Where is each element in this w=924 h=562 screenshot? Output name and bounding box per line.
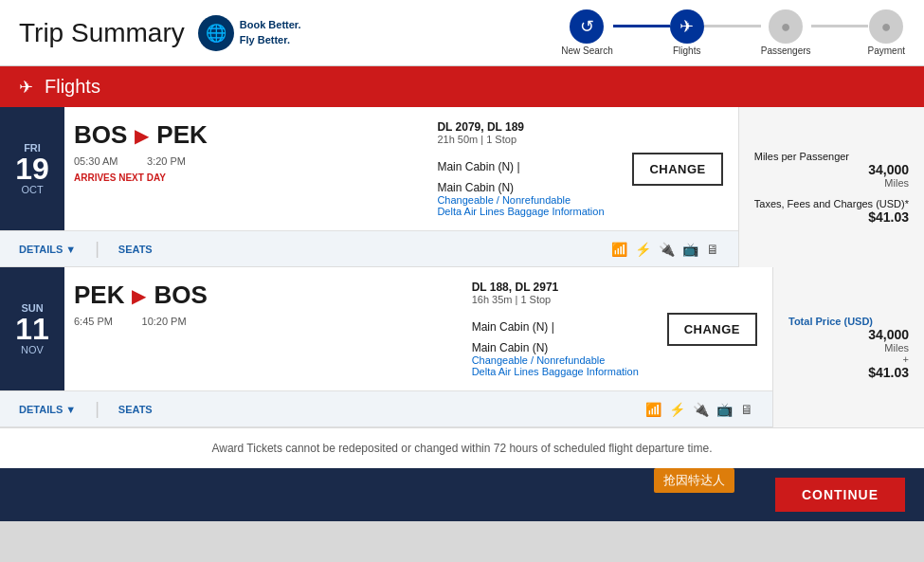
page-wrapper: Trip Summary 🌐 Book Better. Fly Better. … [0, 0, 924, 521]
payment-label: Payment [868, 45, 905, 56]
flight1-baggage[interactable]: Delta Air Lines Baggage Information [437, 206, 607, 217]
total-miles-unit: Miles [788, 342, 909, 354]
monitor2-icon: 🖥 [740, 402, 753, 417]
plane-icon: ✈ [19, 77, 33, 98]
payment-circle: ● [869, 9, 903, 44]
flight1-miles-value: 34,000 [754, 162, 909, 177]
flight1-route: BOS ▶ PEK [74, 120, 418, 150]
flight1-price-area: Miles per Passenger 34,000 Miles Taxes, … [738, 107, 924, 267]
flight1-main: BOS ▶ PEK 05:30 AM 3:20 PM ARRIVES NEXT … [64, 107, 427, 230]
flight2-origin: PEK [74, 281, 124, 310]
watermark: 抢因特达人 [654, 468, 734, 493]
total-miles-value: 34,000 [788, 327, 909, 342]
flight2-icons: 📶 ⚡ 🔌 📺 🖥 [645, 402, 753, 417]
new-search-circle: ↺ [570, 9, 604, 44]
total-price-label: Total Price (USD) [788, 316, 909, 327]
flight1-change-button[interactable]: CHANGE [632, 153, 722, 186]
power2-icon: ⚡ [669, 402, 685, 417]
new-search-label: New Search [561, 45, 612, 56]
flight2-dest: BOS [154, 281, 207, 310]
header-left: Trip Summary 🌐 Book Better. Fly Better. [19, 15, 301, 51]
flight1-row: FRI 19 OCT BOS ▶ PEK 05:30 AM [0, 107, 738, 231]
progress-line-2 [704, 25, 761, 27]
header: Trip Summary 🌐 Book Better. Fly Better. … [0, 0, 924, 66]
flight1-details-col: DL 2079, DL 189 21h 50m | 1 Stop Main Ca… [427, 107, 617, 230]
total-plus: + [788, 354, 909, 365]
progress-step-payment: ● Payment [868, 9, 905, 56]
flight2-cabin1: Main Cabin (N) | [472, 320, 643, 334]
flight1-dest: PEK [156, 120, 207, 150]
flight2-seats-link[interactable]: SEATS [118, 404, 153, 415]
flight1-times: 05:30 AM 3:20 PM [74, 155, 418, 167]
progress-step-flights: ✈ Flights [670, 9, 704, 56]
flight2-day: 11 [15, 314, 49, 344]
bottom-bar: CONTINUE [0, 468, 924, 521]
progress-line-3 [811, 25, 868, 27]
flight2-times: 6:45 PM 10:20 PM [74, 316, 453, 327]
details2-separator: | [95, 399, 100, 419]
flight2-route: PEK ▶ BOS [74, 281, 453, 310]
flight1-change-col: CHANGE [617, 107, 737, 230]
flight1-cabin2: Main Cabin (N) [437, 181, 607, 194]
flight1-changeable[interactable]: Changeable / Nonrefundable [437, 194, 607, 206]
flight2-arrow: ▶ [132, 284, 146, 307]
flights-header: ✈ Flights [0, 66, 924, 107]
flight1-icons: 📶 ⚡ 🔌 📺 🖥 [611, 242, 719, 257]
continue-button[interactable]: CONTINUE [775, 478, 905, 512]
flight1-details-link[interactable]: DETAILS ▼ [19, 244, 76, 255]
flight2-row: SUN 11 NOV PEK ▶ BOS 6:45 PM [0, 267, 772, 391]
flight1-taxes-value: $41.03 [754, 209, 909, 225]
logo: 🌐 Book Better. Fly Better. [198, 15, 301, 51]
flight1-seats-link[interactable]: SEATS [118, 244, 153, 255]
passengers-label: Passengers [761, 45, 811, 56]
notice-row: Award Tickets cannot be redeposited or c… [0, 427, 924, 468]
flight1-dl: DL 2079, DL 189 [437, 120, 607, 134]
total-price-block: Total Price (USD) 34,000 Miles + $41.03 [788, 316, 909, 380]
flight2-details-col: DL 188, DL 2971 16h 35m | 1 Stop Main Ca… [462, 267, 652, 390]
flight1-content: FRI 19 OCT BOS ▶ PEK 05:30 AM [0, 107, 738, 267]
flight1-date: FRI 19 OCT [0, 107, 64, 230]
flight1-next-day: ARRIVES NEXT DAY [74, 172, 418, 183]
flight2-price-area: Total Price (USD) 34,000 Miles + $41.03 [772, 267, 924, 427]
page-title: Trip Summary [19, 18, 185, 48]
globe-icon: 🌐 [198, 15, 234, 51]
flight2-main: PEK ▶ BOS 6:45 PM 10:20 PM [64, 267, 462, 390]
passengers-circle: ● [769, 9, 803, 44]
flight2-content: SUN 11 NOV PEK ▶ BOS 6:45 PM [0, 267, 772, 427]
flight2-details-link[interactable]: DETAILS ▼ [19, 404, 76, 415]
flight1-details-row: DETAILS ▼ | SEATS 📶 ⚡ 🔌 📺 🖥 [0, 231, 738, 267]
flight2-dl: DL 188, DL 2971 [472, 281, 643, 294]
flight2-baggage[interactable]: Delta Air Lines Baggage Information [472, 366, 643, 377]
flight1-stop: 21h 50m | 1 Stop [437, 134, 607, 145]
flight1-arrow: ▶ [135, 124, 149, 147]
flights-title: Flights [45, 76, 100, 98]
tv-icon: 📺 [682, 242, 698, 257]
flights-section: ✈ Flights FRI 19 OCT BOS ▶ [0, 66, 924, 468]
flight1-origin: BOS [74, 120, 127, 150]
flight1-wrapper: FRI 19 OCT BOS ▶ PEK 05:30 AM [0, 107, 924, 267]
flight2-changeable[interactable]: Changeable / Nonrefundable [472, 354, 643, 366]
total-taxes-value: $41.03 [788, 365, 909, 380]
progress-line-1 [613, 25, 670, 27]
flight1-taxes-label: Taxes, Fees and Charges (USD)* [754, 198, 909, 209]
progress-step-passengers: ● Passengers [761, 9, 811, 56]
wifi-icon: 📶 [611, 242, 627, 257]
wifi2-icon: 📶 [645, 402, 661, 417]
flight2-date: SUN 11 NOV [0, 267, 64, 390]
tv2-icon: 📺 [716, 402, 733, 417]
flight2-wrapper: SUN 11 NOV PEK ▶ BOS 6:45 PM [0, 267, 924, 427]
usb-icon: 🔌 [659, 242, 675, 257]
flight2-stop: 16h 35m | 1 Stop [472, 294, 643, 305]
flight2-month: NOV [21, 344, 44, 355]
flight2-change-col: CHANGE [652, 267, 772, 390]
power-icon: ⚡ [635, 242, 651, 257]
flight1-day: 19 [15, 154, 49, 184]
usb2-icon: 🔌 [693, 402, 709, 417]
flight1-month: OCT [21, 184, 43, 195]
flight2-change-button[interactable]: CHANGE [667, 313, 757, 346]
flight1-cabin1: Main Cabin (N) | [437, 160, 607, 173]
monitor-icon: 🖥 [706, 242, 719, 257]
flights-circle: ✈ [670, 9, 704, 44]
flight1-miles-block: Miles per Passenger 34,000 Miles [754, 151, 909, 189]
flight1-miles-unit: Miles [754, 177, 909, 189]
